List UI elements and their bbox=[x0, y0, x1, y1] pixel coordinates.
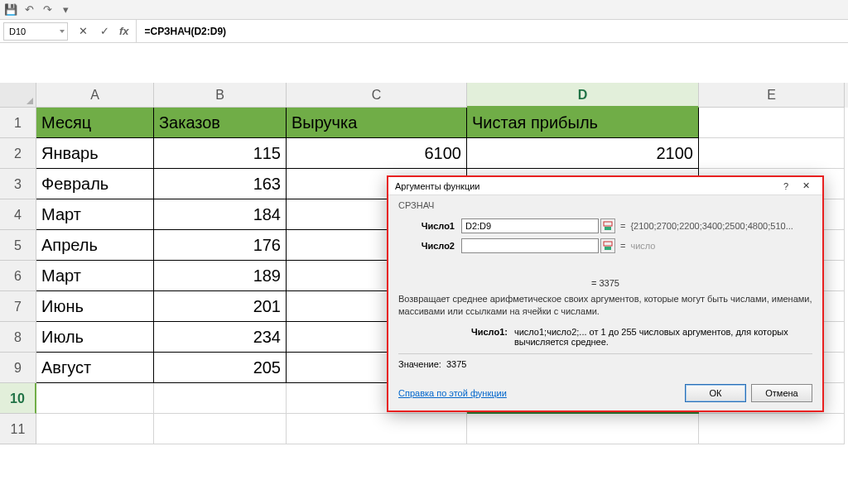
help-link[interactable]: Справка по этой функции bbox=[398, 388, 507, 398]
col-header-d[interactable]: D bbox=[467, 83, 699, 108]
cell[interactable] bbox=[287, 414, 467, 444]
cancel-formula-icon[interactable]: ✕ bbox=[73, 22, 93, 41]
cell[interactable] bbox=[699, 138, 845, 169]
equals-sign: = bbox=[615, 221, 630, 231]
result-equation: = 3375 bbox=[398, 278, 812, 288]
argument-preview: число bbox=[630, 241, 655, 251]
row-header-4[interactable]: 4 bbox=[0, 199, 36, 230]
argument-description: Число1: число1;число2;... от 1 до 255 чи… bbox=[398, 327, 812, 347]
row-header-1[interactable]: 1 bbox=[0, 108, 36, 138]
col-header-b[interactable]: B bbox=[154, 83, 287, 108]
row-header-10[interactable]: 10 bbox=[0, 383, 36, 414]
cell[interactable] bbox=[467, 414, 699, 444]
svg-rect-2 bbox=[604, 242, 612, 246]
svg-rect-0 bbox=[604, 222, 612, 226]
cell[interactable]: Июнь bbox=[36, 291, 154, 322]
qat-dropdown-icon[interactable]: ▾ bbox=[58, 2, 73, 17]
column-headers: A B C D E bbox=[0, 83, 848, 108]
cell[interactable]: Заказов bbox=[154, 108, 287, 138]
row-header-5[interactable]: 5 bbox=[0, 230, 36, 261]
cell[interactable] bbox=[36, 383, 154, 414]
dialog-footer: Справка по этой функции ОК Отмена bbox=[388, 379, 822, 410]
cell[interactable]: Январь bbox=[36, 138, 154, 169]
row-header-7[interactable]: 7 bbox=[0, 291, 36, 322]
cancel-button[interactable]: Отмена bbox=[751, 384, 812, 402]
argument-row: Число2 = число bbox=[398, 238, 812, 253]
argument-label: Число1 bbox=[398, 221, 461, 231]
undo-icon[interactable]: ↶ bbox=[22, 2, 36, 17]
cell[interactable]: Март bbox=[36, 261, 154, 291]
cell[interactable]: Март bbox=[36, 199, 154, 230]
cell[interactable] bbox=[699, 414, 845, 444]
select-all-corner[interactable] bbox=[0, 83, 36, 108]
cell[interactable]: 2100 bbox=[467, 138, 699, 169]
name-box[interactable]: D10 bbox=[3, 22, 68, 41]
help-icon[interactable]: ? bbox=[776, 178, 796, 194]
value-result: Значение: 3375 bbox=[398, 353, 812, 374]
cell[interactable]: 189 bbox=[154, 261, 287, 291]
svg-rect-3 bbox=[605, 247, 611, 250]
cell[interactable]: Апрель bbox=[36, 230, 154, 261]
argument-input-1[interactable] bbox=[461, 218, 599, 233]
cell[interactable]: Чистая прибыль bbox=[467, 108, 699, 138]
cell[interactable]: 184 bbox=[154, 199, 287, 230]
cell[interactable]: 163 bbox=[154, 169, 287, 199]
cell[interactable] bbox=[699, 108, 845, 138]
row-header-2[interactable]: 2 bbox=[0, 138, 36, 169]
cell[interactable]: Месяц bbox=[36, 108, 154, 138]
row-header-6[interactable]: 6 bbox=[0, 261, 36, 291]
row-header-9[interactable]: 9 bbox=[0, 353, 36, 383]
formula-input[interactable] bbox=[137, 22, 848, 41]
quick-access-toolbar: 💾 ↶ ↷ ▾ bbox=[0, 0, 848, 20]
dialog-title-bar[interactable]: Аргументы функции ? ✕ bbox=[388, 177, 822, 195]
cell[interactable]: Февраль bbox=[36, 169, 154, 199]
function-description: Возвращает среднее арифметическое своих … bbox=[398, 293, 812, 319]
redo-icon[interactable]: ↷ bbox=[40, 2, 55, 17]
fx-icon[interactable]: fx bbox=[116, 25, 132, 37]
argument-row: Число1 = {2100;2700;2200;3400;2500;4800;… bbox=[398, 218, 812, 233]
cell[interactable]: Август bbox=[36, 353, 154, 383]
col-header-a[interactable]: A bbox=[36, 83, 154, 108]
cell[interactable]: 176 bbox=[154, 230, 287, 261]
table-row: 2 Январь 115 6100 2100 bbox=[0, 138, 848, 169]
cell[interactable] bbox=[36, 414, 154, 444]
row-header-8[interactable]: 8 bbox=[0, 322, 36, 353]
cell[interactable]: 115 bbox=[154, 138, 287, 169]
svg-rect-1 bbox=[605, 227, 611, 230]
argument-preview: {2100;2700;2200;3400;2500;4800;510... bbox=[630, 221, 793, 231]
dialog-title: Аргументы функции bbox=[395, 181, 776, 191]
cell[interactable]: 201 bbox=[154, 291, 287, 322]
cell[interactable]: Выручка bbox=[287, 108, 467, 138]
cell[interactable]: 205 bbox=[154, 353, 287, 383]
ok-button[interactable]: ОК bbox=[685, 384, 746, 402]
collapse-dialog-icon[interactable] bbox=[600, 218, 615, 233]
save-icon[interactable]: 💾 bbox=[3, 2, 18, 17]
formula-buttons: ✕ ✓ fx bbox=[70, 20, 137, 42]
accept-formula-icon[interactable]: ✓ bbox=[94, 22, 114, 41]
cell[interactable] bbox=[154, 383, 287, 414]
argument-label: Число2 bbox=[398, 241, 461, 251]
function-name-label: СРЗНАЧ bbox=[398, 200, 812, 210]
table-row: 1 Месяц Заказов Выручка Чистая прибыль bbox=[0, 108, 848, 138]
close-icon[interactable]: ✕ bbox=[796, 178, 816, 194]
row-header-11[interactable]: 11 bbox=[0, 414, 36, 444]
cell[interactable] bbox=[154, 414, 287, 444]
collapse-dialog-icon[interactable] bbox=[600, 238, 615, 253]
argument-input-2[interactable] bbox=[461, 238, 599, 253]
row-header-3[interactable]: 3 bbox=[0, 169, 36, 199]
table-row: 11 bbox=[0, 414, 848, 444]
equals-sign: = bbox=[615, 241, 630, 251]
cell[interactable]: 234 bbox=[154, 322, 287, 353]
cell[interactable]: Июль bbox=[36, 322, 154, 353]
col-header-e[interactable]: E bbox=[699, 83, 845, 108]
formula-bar: D10 ✕ ✓ fx bbox=[0, 20, 848, 43]
function-arguments-dialog: Аргументы функции ? ✕ СРЗНАЧ Число1 = {2… bbox=[387, 175, 824, 412]
col-header-c[interactable]: C bbox=[287, 83, 467, 108]
cell[interactable]: 6100 bbox=[287, 138, 467, 169]
